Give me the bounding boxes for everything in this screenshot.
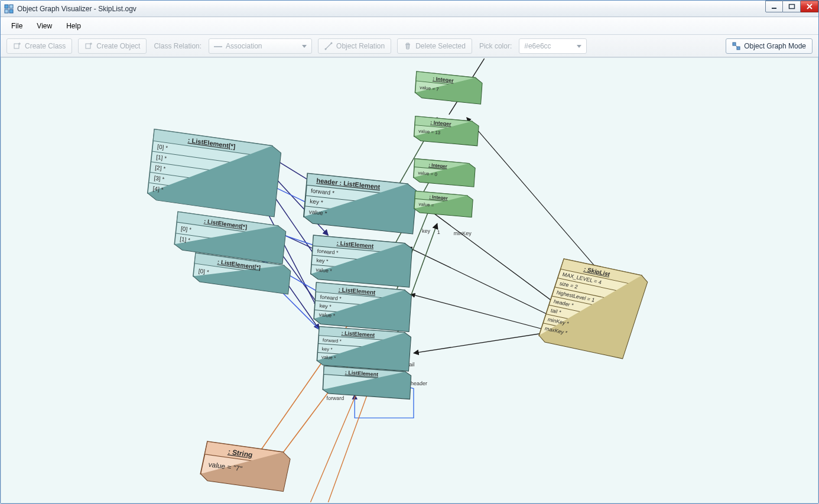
row: value * [321,355,336,361]
create-object-button[interactable]: Create Object [78,38,147,54]
trash-icon [404,42,412,50]
menu-file[interactable]: File [5,19,28,32]
svg-rect-0 [5,5,8,8]
node-string[interactable]: : String value = "7" [199,441,291,492]
node-integer-1[interactable]: : Integer value = 7 [415,71,483,104]
object-relation-label: Object Relation [336,42,385,50]
node-integer-2[interactable]: : Integer value = 13 [414,116,479,146]
svg-rect-2 [5,9,8,13]
chevron-down-icon [302,45,307,48]
node-listelement-3[interactable]: : ListElement forward * key * value * [317,327,411,371]
menubar: File View Help [1,17,818,35]
row: key * [321,346,332,352]
row: key * [319,303,332,310]
app-window: Object Graph Visualizer - SkipList.ogv F… [0,0,819,504]
node-listelement-array-a[interactable]: : ListElement[*] [0] * [1] * [2] * [3] *… [147,129,282,217]
create-object-label: Create Object [96,42,140,50]
svg-rect-11 [737,47,740,50]
delete-selected-button[interactable]: Delete Selected [397,38,472,54]
menu-help[interactable]: Help [60,19,87,32]
edge-label-header: header [411,381,427,386]
graph-scene: forward header tail key value minKey 1 :… [1,58,818,503]
window-titlebar[interactable]: Object Graph Visualizer - SkipList.ogv [1,1,818,17]
svg-rect-6 [14,44,19,48]
window-title: Object Graph Visualizer - SkipList.ogv [17,5,136,13]
window-minimize-button[interactable] [765,1,783,12]
menu-view[interactable]: View [31,19,58,32]
object-graph-mode-button[interactable]: Object Graph Mode [726,38,812,54]
pick-color-value: #e6e6cc [524,42,551,50]
create-class-button[interactable]: Create Class [6,38,72,54]
object-relation-button[interactable]: Object Relation [318,38,391,54]
node-listelement-array-b[interactable]: : ListElement[*] [0] * [1] * [174,212,286,264]
edge-label-forward: forward [326,395,344,401]
relation-line-icon [214,46,222,47]
svg-rect-1 [9,5,13,8]
plus-icon [13,42,21,50]
pick-color-label: Pick color: [478,42,513,50]
edge-label-minkey: minKey [454,230,472,236]
pick-color-field[interactable]: #e6e6cc [519,38,587,54]
window-controls [765,1,818,17]
node-listelement-1[interactable]: : ListElement forward * key * value * [310,235,412,287]
graph-canvas[interactable]: forward header tail key value minKey 1 :… [1,57,818,503]
class-relation-label: Class Relation: [152,42,203,50]
row: key * [310,198,323,206]
plus-icon [84,42,93,50]
class-relation-value: Association [226,42,262,50]
toolbar: Create Class Create Object Class Relatio… [1,35,818,57]
relation-icon [324,42,333,50]
object-graph-mode-label: Object Graph Mode [744,42,806,50]
node-skiplist[interactable]: : SkipList MAX_LEVEL = 4 size = 2 highes… [537,259,649,359]
class-relation-combo[interactable]: Association [209,38,312,54]
create-class-label: Create Class [25,42,66,50]
window-title-area: Object Graph Visualizer - SkipList.ogv [1,4,136,14]
svg-rect-3 [9,9,13,13]
svg-point-8 [325,48,327,50]
svg-point-9 [331,42,333,44]
edge-label-key: key [422,228,430,234]
delete-selected-label: Delete Selected [415,42,466,50]
window-close-button[interactable] [801,1,818,12]
node-listelement-4[interactable]: : ListElement [323,366,411,399]
edge-label-one: 1 [437,229,440,235]
svg-rect-7 [86,44,90,48]
svg-rect-5 [789,5,794,9]
window-maximize-button[interactable] [783,1,801,12]
app-icon [4,4,14,14]
node-integer-4[interactable]: : Integer value = [414,191,473,217]
node-integer-3[interactable]: : Integer value = 0 [413,159,475,187]
svg-rect-10 [733,43,736,45]
graph-mode-icon [732,42,740,50]
svg-rect-4 [772,8,776,9]
node-listelement-2[interactable]: : ListElement forward * key * value * [314,282,412,332]
chevron-down-icon [577,45,581,48]
row: key * [316,258,329,265]
